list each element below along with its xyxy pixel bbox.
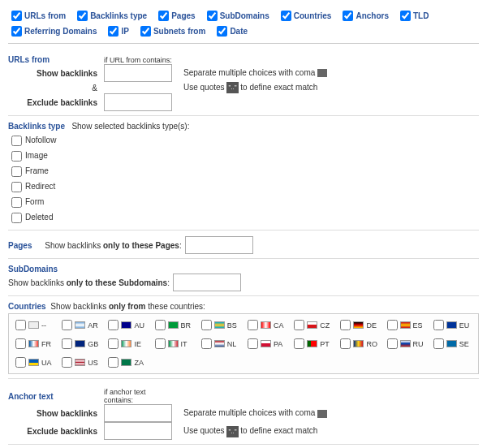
country-ar[interactable]: AR — [58, 317, 103, 333]
country-za[interactable]: ZA — [105, 355, 149, 370]
flag-icon — [400, 340, 411, 347]
flag-icon — [28, 321, 39, 329]
flag-icon — [75, 340, 85, 347]
filter-toggle-anchors[interactable]: Anchors — [339, 8, 389, 24]
backlinks-type-form[interactable]: Form — [8, 195, 479, 210]
filter-toggle-subnets-from[interactable]: Subnets from — [137, 24, 205, 39]
flag-icon — [353, 340, 364, 347]
filter-checkbox[interactable] — [158, 11, 169, 21]
filter-checkbox[interactable] — [11, 26, 22, 37]
top-filter-bar: URLs fromBacklinks typePagesSubDomainsCo… — [8, 8, 479, 44]
flag-icon — [168, 321, 179, 329]
backlinks-type-deleted[interactable]: Deleted — [8, 210, 479, 226]
flag-icon — [353, 321, 364, 329]
anchor-exclude-input[interactable] — [104, 422, 172, 440]
flag-icon — [28, 359, 39, 366]
backlinks-type-frame[interactable]: Frame — [8, 164, 479, 179]
country-au[interactable]: AU — [105, 317, 149, 333]
filter-checkbox[interactable] — [343, 11, 353, 21]
flag-icon — [75, 321, 85, 329]
country-gb[interactable]: GB — [58, 336, 103, 351]
url-exclude-input[interactable] — [104, 93, 172, 111]
section-urls-from: URLs from if URL from contains: Show bac… — [8, 48, 479, 116]
section-pages: Pages Show backlinks only to these Pages… — [8, 232, 479, 259]
flag-icon — [446, 321, 457, 329]
filter-checkbox[interactable] — [108, 26, 119, 37]
keyboard-icon — [317, 410, 327, 418]
country-bs[interactable]: BS — [198, 317, 243, 333]
country-es[interactable]: ES — [384, 317, 429, 333]
flag-icon — [261, 340, 271, 347]
country-fr[interactable]: FR — [12, 336, 57, 351]
subdomains-input[interactable] — [173, 274, 241, 291]
country-ua[interactable]: UA — [12, 355, 57, 370]
filter-toggle-ip[interactable]: IP — [105, 24, 128, 39]
filter-checkbox[interactable] — [207, 11, 218, 21]
filter-toggle-tld[interactable]: TLD — [397, 8, 429, 24]
quote-icon: ".." — [226, 82, 238, 93]
country-de[interactable]: DE — [337, 317, 381, 333]
country-se[interactable]: SE — [430, 336, 475, 351]
backlinks-type-nofollow[interactable]: Nofollow — [8, 133, 479, 149]
country-pt[interactable]: PT — [291, 336, 335, 351]
filter-toggle-subdomains[interactable]: SubDomains — [204, 8, 269, 24]
filter-checkbox[interactable] — [281, 11, 291, 21]
filter-checkbox[interactable] — [77, 11, 88, 21]
country-ru[interactable]: RU — [384, 336, 429, 351]
country-pa[interactable]: PA — [244, 336, 289, 351]
urls-from-ifcontains: if URL from contains: — [104, 56, 177, 64]
filter-toggle-referring-domains[interactable]: Referring Domains — [8, 24, 97, 39]
flag-icon — [75, 359, 85, 366]
filter-checkbox[interactable] — [11, 11, 22, 21]
country-it[interactable]: IT — [152, 336, 196, 351]
backlinks-type-redirect[interactable]: Redirect — [8, 179, 479, 195]
filter-checkbox[interactable] — [140, 26, 151, 37]
flag-icon — [446, 340, 457, 347]
filter-toggle-countries[interactable]: Countries — [278, 8, 332, 24]
flag-icon — [121, 340, 131, 347]
flag-icon — [121, 321, 131, 329]
flag-icon — [261, 321, 271, 329]
filter-checkbox[interactable] — [400, 11, 411, 21]
country-ro[interactable]: RO — [337, 336, 381, 351]
pages-input[interactable] — [185, 236, 253, 254]
flag-icon — [28, 340, 39, 347]
flag-icon — [168, 340, 179, 347]
quote-icon: ".." — [226, 426, 238, 437]
filter-toggle-urls-from[interactable]: URLs from — [8, 8, 66, 24]
flag-icon — [307, 340, 317, 347]
country-eu[interactable]: EU — [430, 317, 475, 333]
flag-icon — [121, 359, 131, 366]
url-show-input[interactable] — [104, 64, 172, 82]
country-nl[interactable]: NL — [198, 336, 243, 351]
section-subdomains: SubDomains Show backlinks only to these … — [8, 261, 479, 296]
country-ca[interactable]: CA — [244, 317, 289, 333]
country---[interactable]: -- — [12, 317, 57, 333]
filter-checkbox[interactable] — [217, 26, 227, 37]
country-ie[interactable]: IE — [105, 336, 149, 351]
keyboard-icon — [317, 69, 327, 77]
filter-toggle-backlinks-type[interactable]: Backlinks type — [74, 8, 147, 24]
filter-toggle-date[interactable]: Date — [213, 24, 248, 39]
filter-toggle-pages[interactable]: Pages — [155, 8, 195, 24]
flag-icon — [400, 321, 411, 329]
country-br[interactable]: BR — [152, 317, 196, 333]
urls-from-title: URLs from — [8, 55, 97, 64]
flag-icon — [214, 340, 225, 347]
country-us[interactable]: US — [58, 355, 103, 370]
flag-icon — [307, 321, 317, 329]
section-countries: Countries Show backlinks only from these… — [8, 298, 479, 379]
anchor-show-input[interactable] — [104, 404, 172, 422]
flag-icon — [214, 321, 225, 329]
country-cz[interactable]: CZ — [291, 317, 335, 333]
section-backlinks-type: Backlinks type Show selected backlinks t… — [8, 118, 479, 230]
backlinks-type-image[interactable]: Image — [8, 149, 479, 164]
section-anchor-text: Anchor text if anchor text contains: Sho… — [8, 381, 479, 445]
